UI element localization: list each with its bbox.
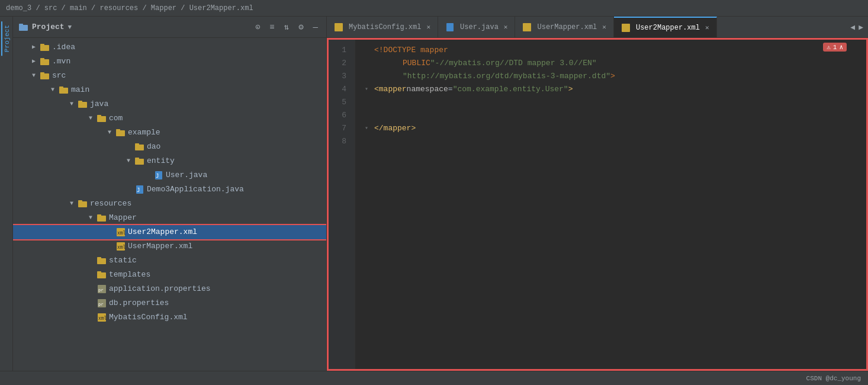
list-item[interactable]: J User.java [13, 168, 326, 182]
list-item[interactable]: ▼ example [13, 126, 326, 140]
list-item[interactable]: ▼ src [13, 69, 326, 83]
list-item[interactable]: ▼ entity [13, 154, 326, 168]
line-number: 1 [327, 44, 350, 57]
expand-icon[interactable]: ⇅ [282, 21, 291, 33]
svg-rect-7 [40, 72, 44, 74]
svg-rect-14 [116, 130, 125, 136]
editor-content: 1 2 3 4 5 6 7 8 <!DOCTYPE mapper [327, 38, 868, 371]
tree-item-label: MybatisConfig.xml [109, 312, 324, 323]
tree-item-label: dao [147, 141, 324, 153]
svg-rect-44 [523, 23, 531, 31]
list-item[interactable]: ▼ Mapper [13, 211, 326, 225]
list-item[interactable]: ▶ .mvn [13, 54, 326, 69]
status-text: CSDN @dc_young [806, 375, 861, 382]
folder-icon [116, 129, 126, 137]
code-line-1: <!DOCTYPE mapper [365, 44, 868, 57]
list-item[interactable]: xml User2Mapper.xml [13, 225, 326, 239]
svg-rect-0 [19, 25, 28, 31]
tab-mybatisconfig[interactable]: MybatisConfig.xml ✕ [327, 17, 438, 38]
svg-text:pr: pr [98, 302, 103, 307]
line-number: 4 [327, 83, 350, 96]
code-token: <mapper [374, 83, 407, 96]
props-file-icon: pr [97, 285, 107, 293]
list-item[interactable]: xml UserMapper.xml [13, 239, 326, 254]
code-line-7: ▾ </mapper> [365, 122, 868, 135]
svg-rect-33 [97, 257, 101, 259]
java-file-icon: J [135, 185, 144, 194]
code-editor[interactable]: <!DOCTYPE mapper PUBLIC "-//mybatis.org/… [355, 38, 868, 371]
tree-arrow: ▶ [32, 56, 40, 68]
tree-arrow [89, 297, 97, 309]
list-item[interactable]: static [13, 254, 326, 268]
breadcrumb-bar: demo_3 / src / main / resources / Mapper… [0, 0, 868, 17]
list-item[interactable]: pr db.properties [13, 296, 326, 310]
error-badge[interactable]: ⚠ 1 ∧ [823, 43, 847, 52]
tree-item-label: example [128, 127, 324, 139]
sidebar: Project ▼ ⊙ ≡ ⇅ ⚙ — ▶ .idea [13, 17, 327, 371]
list-item[interactable]: templates [13, 268, 326, 282]
list-item[interactable]: xml MybatisConfig.xml [13, 310, 326, 325]
minimize-icon[interactable]: — [311, 21, 320, 33]
folder-icon [78, 100, 88, 108]
dropdown-icon[interactable]: ▼ [68, 24, 72, 31]
code-token: = [448, 83, 453, 96]
tree-arrow: ▼ [127, 155, 135, 167]
code-token: <!DOCTYPE mapper [374, 44, 448, 57]
svg-rect-1 [19, 24, 23, 25]
tab-close-icon[interactable]: ✕ [504, 23, 508, 31]
locate-icon[interactable]: ⊙ [253, 21, 262, 33]
fold-fold-icon[interactable]: ▾ [365, 83, 373, 96]
code-token: namespace [407, 83, 448, 96]
settings-icon[interactable]: ⚙ [296, 21, 306, 33]
tree-arrow: ▼ [89, 113, 97, 124]
tab-close-icon[interactable]: ✕ [705, 24, 709, 31]
sidebar-title-area: Project ▼ [19, 23, 72, 31]
collapse-all-icon[interactable]: ≡ [267, 21, 277, 33]
tabs-bar: MybatisConfig.xml ✕ User.java ✕ UserMapp… [327, 17, 868, 38]
code-line-2: PUBLIC "-//mybatis.org//DTD mapper 3.0//… [365, 57, 868, 70]
line-number: 2 [327, 57, 350, 70]
tree-item-label: java [90, 98, 324, 110]
project-tab[interactable]: Project [1, 21, 12, 56]
folder-icon [97, 114, 107, 123]
tree-item-label: com [109, 113, 324, 124]
tab-label: User.java [460, 23, 499, 31]
project-folder-icon [19, 23, 28, 31]
tab-label: User2Mapper.xml [636, 24, 700, 32]
tab-user-java[interactable]: User.java ✕ [438, 17, 515, 38]
list-item[interactable]: ▶ .idea [13, 40, 326, 54]
svg-rect-11 [78, 101, 82, 102]
tab-close-icon[interactable]: ✕ [426, 23, 430, 31]
list-item[interactable]: J Demo3Application.java [13, 182, 326, 197]
list-item[interactable]: ▼ com [13, 111, 326, 126]
folder-icon [40, 43, 50, 52]
svg-rect-27 [97, 214, 101, 216]
tree-arrow [89, 312, 97, 323]
tab-file-icon [522, 23, 532, 31]
list-item[interactable]: ▼ java [13, 97, 326, 111]
list-item[interactable]: pr application.properties [13, 282, 326, 296]
folder-icon [59, 86, 69, 94]
tab-nav-right-icon[interactable]: ▶ [859, 23, 863, 32]
tab-close-icon[interactable]: ✕ [602, 23, 606, 31]
tree-arrow [89, 283, 97, 295]
list-item[interactable]: ▼ resources [13, 197, 326, 211]
folder-icon [78, 200, 88, 208]
tab-user2mapper[interactable]: User2Mapper.xml ✕ [614, 17, 717, 38]
fold-icon [365, 96, 373, 109]
fold-icon [365, 109, 373, 122]
tree-item-label: application.properties [109, 283, 324, 295]
fold-close-icon[interactable]: ▾ [365, 122, 373, 135]
list-item[interactable]: dao [13, 140, 326, 154]
tab-nav-left-icon[interactable]: ◀ [850, 23, 855, 32]
props-file-icon: pr [97, 299, 107, 307]
list-item[interactable]: ▼ main [13, 83, 326, 97]
code-token: > [610, 70, 615, 83]
tree-arrow: ▼ [70, 98, 78, 110]
code-token: </mapper> [374, 122, 416, 135]
svg-rect-15 [116, 129, 120, 131]
tree-item-label: resources [90, 198, 324, 210]
tab-usermapper[interactable]: UserMapper.xml ✕ [515, 17, 613, 38]
tab-file-icon [334, 23, 343, 31]
folder-icon [40, 57, 50, 66]
